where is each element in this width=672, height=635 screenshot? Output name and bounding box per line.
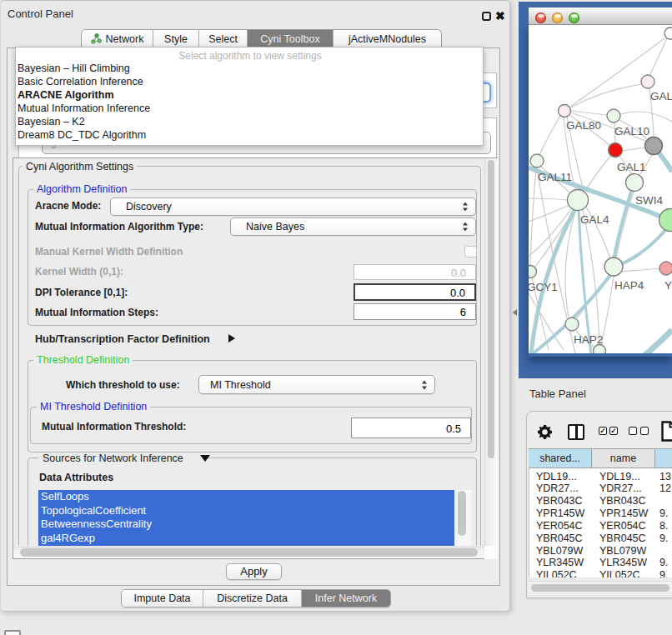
algorithm-option[interactable]: Bayesian – Hill Climbing [18,62,481,75]
network-edge-thick[interactable] [659,152,672,172]
network-node-label: SWI4 [635,194,663,207]
algorithm-option[interactable]: ARACNE Algorithm [18,88,481,102]
settings-vscrollbar-thumb[interactable] [488,160,494,458]
table-cell: YDR27... [536,482,579,495]
aracne-mode-combo[interactable]: Discovery [110,198,476,216]
network-node[interactable] [568,190,589,211]
table-hscrollbar[interactable] [529,581,672,592]
network-edge[interactable] [583,210,599,344]
table-row[interactable]: YBR045CYBR045C9. [529,532,672,545]
tab-network[interactable]: Network [82,30,153,48]
algorithm-option[interactable]: Basic Correlation Inference [18,75,481,88]
table-row[interactable]: YIL052CYIL052C9. [529,569,672,578]
network-node[interactable] [659,262,672,275]
table-row[interactable]: YDL19...YDL19...13. [529,471,672,483]
mi-type-combo[interactable]: Naive Bayes [230,218,476,236]
network-node[interactable] [607,109,620,122]
mi-steps-field[interactable]: 6 [354,303,476,320]
deselect-all-icon[interactable] [629,427,637,435]
attribute-item[interactable]: SelfLoops [41,490,449,504]
network-edge[interactable] [570,84,642,108]
split-columns-icon[interactable] [568,424,584,440]
float-window-icon[interactable] [482,12,491,21]
network-edge[interactable] [620,112,672,122]
tab-label: Cyni Toolbox [260,33,319,45]
deselect-all-icon[interactable] [640,427,649,435]
table-row[interactable]: YBR043CYBR043C [529,495,672,508]
document-icon[interactable] [661,421,672,442]
table-hscrollbar-thumb[interactable] [531,584,669,592]
network-edge[interactable] [620,268,659,272]
manual-kernel-checkbox[interactable] [464,246,477,258]
expand-arrow-icon[interactable] [228,334,235,342]
tab-impute-data[interactable]: Impute Data [122,590,203,607]
zoom-traffic-light[interactable] [569,12,579,23]
select-all-icon[interactable]: ✓ [599,427,607,435]
network-edge[interactable] [649,38,667,76]
list-scrollbar-thumb[interactable] [458,491,466,536]
tab-infer-network[interactable]: Infer Network [302,590,390,607]
attribute-item[interactable]: gal4RGexp [41,532,449,546]
network-edge[interactable] [539,116,560,155]
collapse-arrow-icon[interactable] [200,455,210,462]
table-row[interactable]: YLR345WYLR345W9. [529,557,672,569]
settings-hscrollbar-thumb[interactable] [20,548,478,557]
table-row[interactable]: YBL079WYBL079W [529,545,672,558]
table-row[interactable]: YPR145WYPR145W9. [529,508,672,520]
network-node[interactable] [530,154,544,168]
algorithm-option[interactable]: Dream8 DC_TDC Algorithm [18,128,481,142]
network-node[interactable] [565,318,579,331]
network-node[interactable] [604,258,623,276]
tab-cyni-toolbox[interactable]: Cyni Toolbox [248,30,333,48]
network-node[interactable] [645,138,663,155]
window-title: Control Panel [8,8,73,20]
apply-button[interactable]: Apply [226,563,282,580]
gear-icon[interactable] [538,425,552,439]
kernel-width-field[interactable]: 0.0 [354,264,476,280]
data-attributes-list[interactable]: SelfLoopsTopologicalCoefficientBetweenne… [38,490,472,546]
corner-button[interactable] [4,630,21,635]
table-column-header[interactable]: name [592,449,655,468]
list-scrollbar[interactable] [454,490,472,546]
network-node[interactable] [626,174,644,192]
network-node[interactable] [559,105,571,118]
network-edge-thick[interactable] [621,229,666,264]
algorithm-option[interactable]: Bayesian – K2 [18,115,481,128]
network-edge[interactable] [584,155,611,192]
algorithm-option[interactable]: Mutual Information Inference [18,102,481,115]
control-panel-tabs: NetworkStyleSelectCyni ToolboxjActiveMNo… [81,29,442,48]
attribute-item[interactable]: BetweennessCentrality [41,518,449,532]
select-all-icon[interactable]: ✓ [609,427,618,435]
network-node[interactable] [659,209,672,232]
table-column-header[interactable]: shared... [529,449,592,468]
tab-select[interactable]: Select [199,30,248,48]
close-traffic-light[interactable] [535,12,546,23]
table-column-header[interactable] [655,449,672,468]
minimize-traffic-light[interactable] [552,12,563,23]
which-threshold-combo[interactable]: MI Threshold [198,375,435,394]
network-node[interactable] [664,28,672,39]
network-window-titlebar[interactable] [529,8,672,25]
table-cell: YER054C [599,520,646,532]
divider-collapse-icon[interactable] [513,309,517,316]
network-node[interactable] [641,75,654,88]
hub-definition-label[interactable]: Hub/Transcription Factor Definition [35,334,210,345]
mi-threshold-field[interactable]: 0.5 [351,418,471,438]
network-node[interactable] [529,266,537,278]
network-node[interactable] [609,143,623,158]
tab-jactivemnodules[interactable]: jActiveMNodules [333,30,441,48]
network-edge-thick[interactable] [640,330,672,353]
network-edge[interactable] [529,198,567,200]
network-node-label: HAP4 [614,279,644,292]
network-canvas[interactable]: GALGAL80GAL10GAL1GAL11SWI4GAL4GCY1HAP4YH… [529,25,672,353]
table-row[interactable]: YDR27...YDR27...12. [529,482,672,495]
tab-discretize-data[interactable]: Discretize Data [203,590,302,607]
dpi-tolerance-field[interactable]: 0.0 [354,283,476,301]
close-icon[interactable]: ✖ [495,9,505,22]
attribute-item[interactable]: TopologicalCoefficient [41,504,449,518]
network-edge[interactable] [622,148,644,151]
network-node[interactable] [594,345,606,354]
network-edge-thick[interactable] [579,211,591,353]
tab-style[interactable]: Style [153,30,199,48]
table-row[interactable]: YER054CYER054C8. [529,520,672,532]
